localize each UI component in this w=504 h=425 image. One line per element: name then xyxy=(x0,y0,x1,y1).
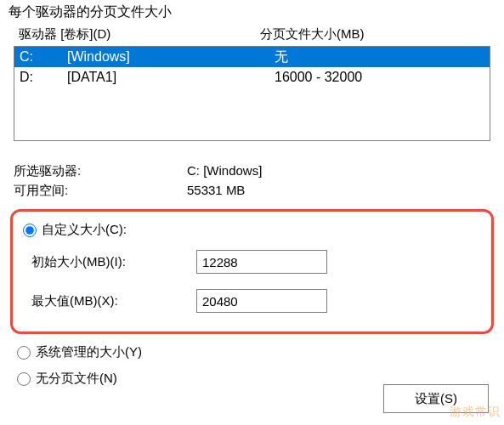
radio-custom-size[interactable]: 自定义大小(C): xyxy=(16,220,484,246)
radio-none-input[interactable] xyxy=(17,372,31,386)
custom-size-highlight: 自定义大小(C): 初始大小(MB)(I): 最大值(MB)(X): xyxy=(10,209,494,334)
drive-row-c[interactable]: C: [Windows] 无 xyxy=(14,47,490,67)
selected-drive-value: C: [Windows] xyxy=(187,163,490,179)
virtual-memory-panel: 每个驱动器的分页文件大小 驱动器 [卷标](D) 分页文件大小(MB) C: [… xyxy=(0,0,504,425)
initial-size-row: 初始大小(MB)(I): xyxy=(16,246,484,277)
drive-pagefile: 16000 - 32000 xyxy=(275,68,490,87)
drive-label: [DATA1] xyxy=(67,68,275,87)
radio-none-label: 无分页文件(N) xyxy=(36,371,117,387)
column-headers: 驱动器 [卷标](D) 分页文件大小(MB) xyxy=(14,25,490,46)
selected-drive-label: 所选驱动器: xyxy=(14,163,187,179)
radio-system-managed[interactable]: 系统管理的大小(Y) xyxy=(17,339,504,366)
column-pagefile: 分页文件大小(MB) xyxy=(260,26,490,42)
drive-listbox[interactable]: C: [Windows] 无 D: [DATA1] 16000 - 32000 xyxy=(14,46,490,141)
free-space-label: 可用空间: xyxy=(14,183,187,199)
drive-label: [Windows] xyxy=(67,48,275,66)
radio-custom-label: 自定义大小(C): xyxy=(42,222,127,238)
initial-size-input[interactable] xyxy=(196,250,327,274)
radio-system-input[interactable] xyxy=(17,346,31,360)
free-space-value: 55331 MB xyxy=(187,183,490,199)
max-size-row: 最大值(MB)(X): xyxy=(16,286,484,316)
radio-custom-input[interactable] xyxy=(23,224,37,237)
max-size-input[interactable] xyxy=(196,289,327,313)
drive-letter: C: xyxy=(20,48,67,66)
drive-letter: D: xyxy=(20,68,67,87)
drive-pagefile: 无 xyxy=(275,48,490,66)
drive-list-area: 驱动器 [卷标](D) 分页文件大小(MB) C: [Windows] 无 D:… xyxy=(14,25,490,141)
initial-size-label: 初始大小(MB)(I): xyxy=(16,254,196,270)
max-size-label: 最大值(MB)(X): xyxy=(16,293,196,309)
selected-drive-info: 所选驱动器: C: [Windows] 可用空间: 55331 MB xyxy=(14,162,490,201)
watermark: 游戏常识 xyxy=(450,405,501,420)
radio-system-label: 系统管理的大小(Y) xyxy=(36,344,142,360)
section-title: 每个驱动器的分页文件大小 xyxy=(0,3,504,21)
drive-row-d[interactable]: D: [DATA1] 16000 - 32000 xyxy=(14,67,490,88)
column-drive: 驱动器 [卷标](D) xyxy=(19,26,260,42)
